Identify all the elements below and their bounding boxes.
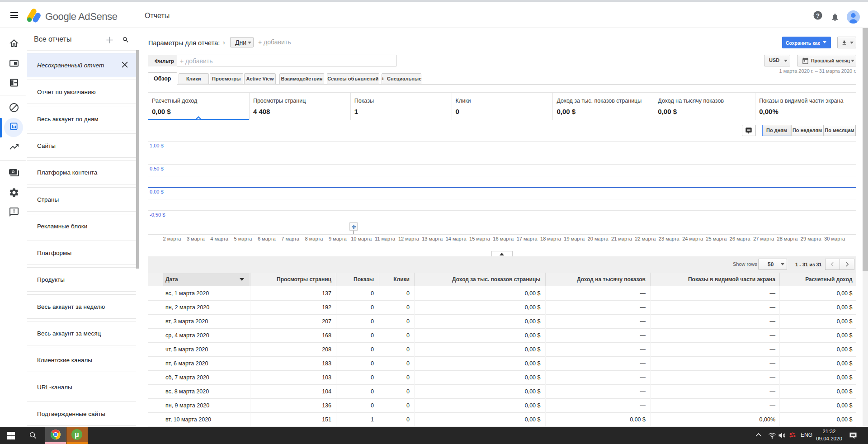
svg-text:µ: µ: [75, 430, 79, 439]
svg-text:?: ?: [816, 12, 820, 19]
